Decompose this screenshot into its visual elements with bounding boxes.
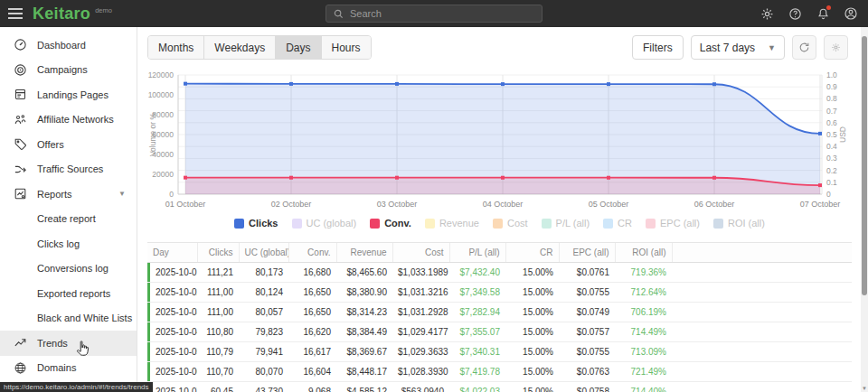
svg-text:0.8: 0.8 <box>826 94 837 103</box>
cell-cost: $1,031.2928 <box>392 303 449 322</box>
table-row[interactable]: 2025-10-04110,8079,82316,620$8,384.49$1,… <box>147 322 852 342</box>
page-scrollbar[interactable]: ▼ <box>861 27 868 392</box>
cell-cost: $1,029.3633 <box>392 342 449 362</box>
table-row[interactable]: 2025-10-01111,2180,17316,680$8,465.60$1,… <box>147 263 852 283</box>
chart-settings-button[interactable] <box>824 35 848 60</box>
column-header-clicks[interactable]: Clicks <box>197 243 239 263</box>
cell-clicks: 110,79 <box>197 342 239 362</box>
app-logo[interactable]: Keitaro <box>33 5 90 23</box>
svg-text:0.9: 0.9 <box>826 82 837 91</box>
search-input[interactable] <box>350 8 534 19</box>
chart-canvas: 02000040000600008000010000012000000.10.2… <box>147 63 852 213</box>
svg-text:07 October: 07 October <box>800 200 841 209</box>
sidebar-item-label: Exported reports <box>37 288 110 299</box>
campaigns-icon <box>13 62 27 77</box>
column-header-revenue[interactable]: Revenue <box>336 243 392 263</box>
table-row-partial[interactable]: 2025-10-0760,4543,7309,068$4,585.12$563.… <box>147 382 852 392</box>
sidebar-item-reports[interactable]: Reports▼ <box>0 182 137 207</box>
column-header-cost[interactable]: Cost <box>392 243 449 263</box>
sidebar-item-black-and-white-lists[interactable]: Black and White Lists <box>0 306 137 331</box>
legend-item-epc-all-[interactable]: EPC (all) <box>646 218 700 229</box>
sidebar-item-label: Create report <box>37 213 96 224</box>
menu-toggle-icon[interactable] <box>0 0 31 27</box>
column-header-conv-[interactable]: Conv. <box>288 243 336 263</box>
sidebar-item-affiliate-networks[interactable]: Affiliate Networks <box>0 107 137 133</box>
cell-p-l-all-: $7,419.78 <box>449 362 505 382</box>
cell-day: 2025-10-03 <box>147 303 197 322</box>
table-row[interactable]: 2025-10-05110,7979,94116,617$8,369.67$1,… <box>147 342 852 362</box>
svg-text:0.4: 0.4 <box>826 142 837 151</box>
sidebar-item-landings-pages[interactable]: Landings Pages <box>0 82 137 107</box>
legend-item-uc-global-[interactable]: UC (global) <box>292 218 357 229</box>
cell-day: 2025-10-06 <box>147 362 197 382</box>
refresh-button[interactable] <box>792 35 816 60</box>
svg-text:Volume or %: Volume or % <box>148 112 157 156</box>
chart-legend: ClicksUC (global)Conv.RevenueCostP/L (al… <box>147 215 852 231</box>
dashboard-icon <box>13 38 27 52</box>
tab-months[interactable]: Months <box>148 36 204 59</box>
cell-cost: $1,029.4177 <box>392 322 449 342</box>
column-header-uc-global-[interactable]: UC (global) <box>239 243 288 263</box>
svg-text:USD: USD <box>838 126 847 143</box>
cell-revenue: $8,380.90 <box>336 283 392 303</box>
cell-epc-all-: $0.0758 <box>559 382 615 392</box>
cell-revenue: $8,314.23 <box>336 303 392 322</box>
reports-icon <box>13 187 27 201</box>
sidebar-item-label: Dashboard <box>37 40 86 51</box>
tab-days[interactable]: Days <box>276 36 321 59</box>
legend-item-clicks[interactable]: Clicks <box>234 218 278 229</box>
scrollbar-thumb[interactable] <box>862 36 867 295</box>
sidebar-item-campaigns[interactable]: Campaigns <box>0 58 137 83</box>
sidebar-item-clicks-log[interactable]: Clicks log <box>0 231 137 257</box>
legend-item-conv-[interactable]: Conv. <box>370 218 411 229</box>
search-icon <box>334 9 344 19</box>
tab-hours[interactable]: Hours <box>322 36 371 59</box>
svg-text:04 October: 04 October <box>483 200 524 209</box>
column-header-day[interactable]: Day <box>147 243 197 263</box>
scrollbar-down-arrow-icon[interactable]: ▼ <box>861 386 868 391</box>
cell-cr: 15.00% <box>505 382 559 392</box>
table-row[interactable]: 2025-10-03111,0080,05716,650$8,314.23$1,… <box>147 303 852 322</box>
sidebar-item-exported-reports[interactable]: Exported reports <box>0 281 137 306</box>
sidebar-item-traffic-sources[interactable]: Traffic Sources <box>0 157 137 182</box>
cell-clicks: 111,00 <box>197 283 239 303</box>
global-search[interactable] <box>326 5 542 23</box>
filters-button[interactable]: Filters <box>632 35 684 60</box>
svg-text:0.3: 0.3 <box>826 154 837 163</box>
legend-item-roi-all-[interactable]: ROI (all) <box>713 218 765 229</box>
legend-item-cost[interactable]: Cost <box>493 218 528 229</box>
sidebar-item-dashboard[interactable]: Dashboard <box>0 33 137 58</box>
notifications-bell-icon[interactable] <box>815 5 831 22</box>
sidebar-item-domains[interactable]: Domains <box>0 356 137 381</box>
sidebar-item-trends[interactable]: Trends <box>0 331 137 356</box>
sidebar-item-create-report[interactable]: Create report <box>0 207 137 232</box>
user-avatar[interactable] <box>843 5 859 22</box>
legend-item-p-l-all-[interactable]: P/L (all) <box>542 218 590 229</box>
column-header-epc-all-[interactable]: EPC (all) <box>559 243 615 263</box>
cell-roi-all-: 713.09% <box>615 342 672 362</box>
table-row[interactable]: 2025-10-02111,0080,12416,650$8,380.90$1,… <box>147 283 852 303</box>
date-range-value: Last 7 days <box>700 42 755 54</box>
help-icon[interactable] <box>787 5 803 22</box>
legend-item-cr[interactable]: CR <box>603 218 632 229</box>
svg-text:1.0: 1.0 <box>826 70 837 79</box>
svg-text:02 October: 02 October <box>271 200 312 209</box>
cell-revenue: $8,448.17 <box>336 362 392 382</box>
cell-roi-all-: 714.49% <box>615 322 672 342</box>
legend-item-revenue[interactable]: Revenue <box>425 218 479 229</box>
tab-weekdays[interactable]: Weekdays <box>204 36 276 59</box>
cell-cr: 15.00% <box>505 322 559 342</box>
column-header-roi-all-[interactable]: ROI (all) <box>615 243 672 263</box>
gear-icon <box>831 42 841 52</box>
legend-swatch <box>493 219 503 229</box>
table-row[interactable]: 2025-10-06110,7080,07016,604$8,448.17$1,… <box>147 362 852 382</box>
sidebar-item-offers[interactable]: Offers <box>0 132 137 157</box>
column-header-p-l-all-[interactable]: P/L (all) <box>449 243 505 263</box>
sidebar-item-conversions-log[interactable]: Conversions log <box>0 257 137 282</box>
trends-chart[interactable]: 02000040000600008000010000012000000.10.2… <box>147 63 852 213</box>
date-range-select[interactable]: Last 7 days ▼ <box>691 35 785 60</box>
main-content: MonthsWeekdaysDaysHours Filters Last 7 d… <box>137 27 868 392</box>
cell-cost: $1,028.3930 <box>392 362 449 382</box>
settings-gear-icon[interactable] <box>759 5 775 22</box>
column-header-cr[interactable]: CR <box>505 243 559 263</box>
